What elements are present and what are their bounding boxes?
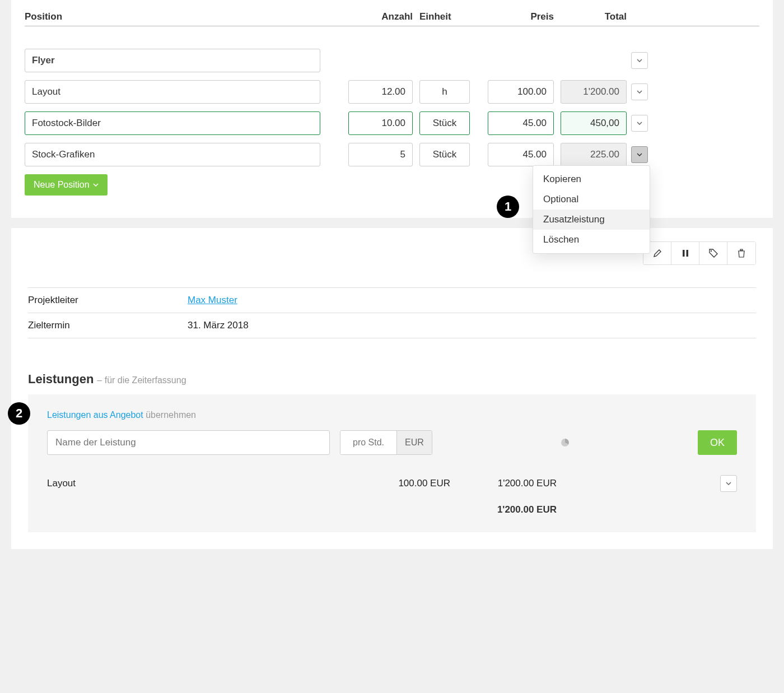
position-row-stock: Kopieren Optional Zusatzleistung Löschen… [25, 143, 759, 166]
qty-input[interactable] [348, 143, 413, 166]
menu-item-delete[interactable]: Löschen [533, 230, 650, 250]
leistung-rate: 100.00 EUR [338, 478, 450, 489]
menu-item-zusatz[interactable]: Zusatzleistung [533, 210, 650, 230]
annotation-2: 2 [8, 402, 30, 425]
col-anzahl: Anzahl [348, 11, 413, 22]
delete-button[interactable] [727, 242, 755, 264]
leistungen-subtitle: – für die Zeiterfassung [97, 375, 186, 385]
leistung-rate-input[interactable] [340, 431, 396, 454]
pencil-icon [653, 249, 662, 258]
price-input[interactable] [488, 143, 554, 166]
svg-rect-1 [686, 250, 688, 257]
position-name-input[interactable] [25, 111, 320, 135]
col-einheit: Einheit [419, 11, 470, 22]
price-input[interactable] [488, 111, 554, 135]
pause-button[interactable] [671, 242, 699, 264]
leistung-rate-group: EUR [340, 430, 432, 455]
unit-input[interactable] [419, 80, 470, 104]
leistung-name: Layout [47, 478, 338, 489]
col-total: Total [561, 11, 627, 22]
position-name-input[interactable] [25, 49, 320, 72]
leistung-grand-total: 1'200.00 EUR [450, 504, 557, 515]
row-actions-button[interactable] [631, 146, 648, 163]
leistung-name-input[interactable] [47, 430, 330, 455]
menu-item-copy[interactable]: Kopieren [533, 169, 650, 189]
pie-chart-icon [560, 438, 570, 448]
project-toolbar [643, 241, 756, 265]
meta-label: Projektleiter [28, 295, 188, 306]
svg-rect-0 [683, 250, 685, 257]
menu-item-optional[interactable]: Optional [533, 189, 650, 210]
leistungen-heading: Leistungen – für die Zeiterfassung [28, 372, 756, 387]
unit-input[interactable] [419, 111, 470, 135]
new-position-button[interactable]: Neue Position [25, 174, 108, 196]
chevron-down-icon [637, 90, 642, 94]
project-leader-link[interactable]: Max Muster [188, 295, 237, 305]
chevron-down-icon [637, 122, 642, 125]
meta-row-deadline: Zieltermin 31. März 2018 [28, 313, 756, 338]
currency-addon: EUR [396, 431, 432, 454]
trash-icon [738, 249, 745, 258]
leistungen-panel: 2 Leistungen aus Angebot übernehmen EUR … [28, 394, 756, 532]
leistung-row: Layout 100.00 EUR 1'200.00 EUR [47, 472, 737, 495]
leistung-actions-button[interactable] [720, 475, 737, 492]
position-row-layout [25, 80, 759, 104]
chevron-down-icon [637, 59, 642, 62]
row-actions-button[interactable] [631, 83, 648, 100]
position-row-foto [25, 111, 759, 135]
total-field [561, 80, 627, 104]
row-actions-button[interactable] [631, 115, 648, 132]
tag-icon [709, 249, 718, 258]
col-preis: Preis [488, 11, 554, 22]
meta-row-leader: Projektleiter Max Muster [28, 287, 756, 313]
positions-header: Position Anzahl Einheit Preis Total [25, 11, 759, 26]
chevron-down-icon [726, 482, 731, 485]
col-position: Position [25, 11, 320, 22]
row-actions-button[interactable] [631, 52, 648, 69]
position-name-input[interactable] [25, 143, 320, 166]
meta-label: Zieltermin [28, 320, 188, 331]
position-name-input[interactable] [25, 80, 320, 104]
ok-button[interactable]: OK [698, 430, 737, 455]
tag-button[interactable] [699, 242, 727, 264]
leistungen-title: Leistungen [28, 372, 94, 387]
chevron-down-icon [637, 153, 642, 156]
project-deadline: 31. März 2018 [188, 320, 249, 331]
leistung-total: 1'200.00 EUR [450, 478, 557, 489]
chevron-down-icon [93, 183, 99, 187]
unit-input[interactable] [419, 143, 470, 166]
new-position-label: Neue Position [34, 180, 90, 190]
qty-input[interactable] [348, 111, 413, 135]
import-from-offer-link[interactable]: Leistungen aus Angebot [47, 410, 143, 420]
annotation-1: 1 [497, 196, 519, 218]
pause-icon [682, 249, 689, 257]
position-row-flyer [25, 49, 759, 72]
svg-point-2 [710, 250, 711, 252]
leistung-grand-total-row: 1'200.00 EUR [47, 504, 737, 515]
total-field [561, 111, 627, 135]
row-actions-menu: Kopieren Optional Zusatzleistung Löschen [533, 165, 650, 254]
total-field [561, 143, 627, 166]
qty-input[interactable] [348, 80, 413, 104]
price-input[interactable] [488, 80, 554, 104]
import-from-offer-suffix-text: übernehmen [146, 410, 196, 420]
